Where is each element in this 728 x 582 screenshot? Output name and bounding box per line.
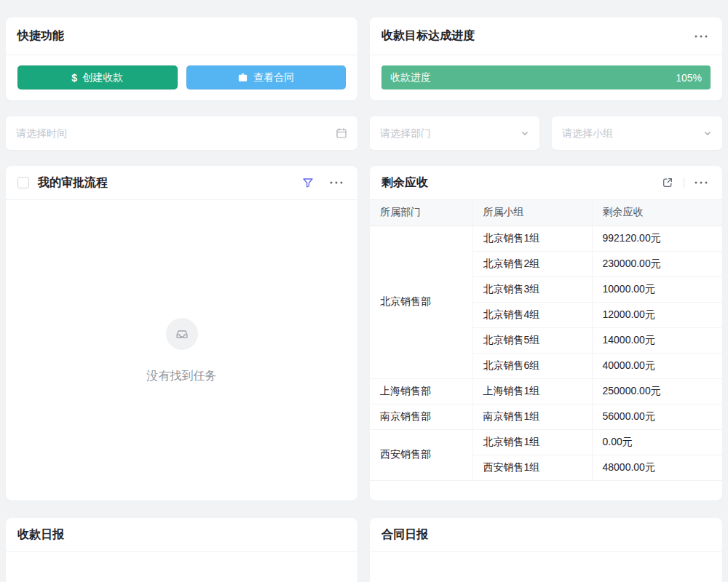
approval-card-title: 我的审批流程 bbox=[38, 175, 108, 191]
amount-cell: 14000.00元 bbox=[592, 327, 722, 353]
dept-cell: 西安销售部 bbox=[370, 429, 472, 480]
group-filter[interactable] bbox=[552, 116, 722, 150]
approval-card: 我的审批流程 没有找到任务 bbox=[6, 166, 357, 501]
dept-cell: 上海销售部 bbox=[370, 378, 472, 404]
progress-card-header: 收款目标达成进度 bbox=[370, 17, 722, 55]
group-cell: 北京销售3组 bbox=[472, 276, 592, 302]
payment-daily-card: 收款日报 bbox=[6, 518, 357, 582]
time-filter[interactable] bbox=[6, 116, 357, 150]
receivables-card-header: 剩余应收 bbox=[370, 166, 722, 200]
contract-daily-title: 合同日报 bbox=[381, 527, 428, 543]
empty-state-text: 没有找到任务 bbox=[147, 369, 217, 384]
approval-empty-state: 没有找到任务 bbox=[6, 200, 357, 497]
table-row: 上海销售部 上海销售1组 250000.00元 bbox=[370, 378, 722, 404]
approval-select-checkbox[interactable] bbox=[17, 177, 29, 188]
receivables-more-button[interactable] bbox=[692, 178, 711, 187]
amount-cell: 56000.00元 bbox=[592, 404, 722, 429]
filter-icon bbox=[302, 177, 314, 188]
create-payment-button[interactable]: $ 创建收款 bbox=[17, 65, 178, 89]
amount-cell: 12000.00元 bbox=[592, 302, 722, 327]
dept-cell: 南京销售部 bbox=[370, 404, 472, 429]
receivables-card: 剩余应收 所属部门 所属小组 剩余应收 北京销售部 北京销售1组 bbox=[370, 166, 722, 501]
progress-bar-label: 收款进度 bbox=[390, 71, 431, 84]
quick-actions-body: $ 创建收款 查看合同 bbox=[6, 55, 357, 100]
open-in-new-icon bbox=[662, 177, 673, 188]
column-header-group: 所属小组 bbox=[472, 200, 592, 226]
progress-more-button[interactable] bbox=[692, 32, 711, 41]
table-row: 南京销售部 南京销售1组 56000.00元 bbox=[370, 404, 722, 429]
approval-card-header: 我的审批流程 bbox=[6, 166, 357, 200]
approval-more-button[interactable] bbox=[327, 178, 346, 187]
progress-card-title: 收款目标达成进度 bbox=[381, 28, 475, 44]
payment-daily-title: 收款日报 bbox=[17, 527, 64, 543]
dollar-icon: $ bbox=[71, 72, 77, 84]
table-row: 北京销售部 北京销售1组 992120.00元 bbox=[370, 226, 722, 251]
department-filter-input[interactable] bbox=[380, 127, 515, 139]
quick-actions-header: 快捷功能 bbox=[6, 17, 357, 55]
amount-cell: 48000.00元 bbox=[592, 455, 722, 480]
amount-cell: 0.00元 bbox=[592, 429, 722, 455]
group-cell: 北京销售1组 bbox=[472, 429, 592, 455]
dept-cell: 北京销售部 bbox=[370, 226, 472, 378]
briefcase-icon bbox=[237, 72, 248, 83]
group-cell: 西安销售1组 bbox=[472, 455, 592, 480]
amount-cell: 992120.00元 bbox=[592, 226, 722, 251]
more-icon bbox=[695, 181, 708, 184]
quick-actions-title: 快捷功能 bbox=[17, 28, 64, 44]
group-cell: 北京销售4组 bbox=[472, 302, 592, 327]
quick-actions-card: 快捷功能 $ 创建收款 查看合同 bbox=[6, 17, 357, 100]
group-cell: 北京销售1组 bbox=[472, 226, 592, 251]
amount-cell: 40000.00元 bbox=[592, 353, 722, 378]
amount-cell: 250000.00元 bbox=[592, 378, 722, 404]
group-cell: 南京销售1组 bbox=[472, 404, 592, 429]
group-cell: 北京销售5组 bbox=[472, 327, 592, 353]
approval-filter-button[interactable] bbox=[299, 174, 317, 191]
group-cell: 北京销售6组 bbox=[472, 353, 592, 378]
view-contract-label: 查看合同 bbox=[253, 71, 294, 84]
group-cell: 北京销售2组 bbox=[472, 251, 592, 276]
amount-cell: 10000.00元 bbox=[592, 276, 722, 302]
more-icon bbox=[330, 181, 343, 184]
table-row: 西安销售部 北京销售1组 0.00元 bbox=[370, 429, 722, 455]
column-header-amount: 剩余应收 bbox=[592, 200, 722, 226]
more-icon bbox=[695, 35, 708, 38]
empty-inbox-icon bbox=[166, 318, 198, 350]
column-header-department: 所属部门 bbox=[370, 200, 472, 226]
payment-daily-header: 收款日报 bbox=[6, 518, 357, 552]
create-payment-label: 创建收款 bbox=[82, 71, 123, 84]
receivables-expand-button[interactable] bbox=[659, 174, 676, 191]
contract-daily-card: 合同日报 bbox=[370, 518, 722, 582]
progress-card: 收款目标达成进度 收款进度 105% bbox=[370, 17, 722, 100]
progress-bar-value: 105% bbox=[676, 72, 702, 84]
table-header-row: 所属部门 所属小组 剩余应收 bbox=[370, 200, 722, 226]
department-filter[interactable] bbox=[370, 116, 539, 150]
group-cell: 上海销售1组 bbox=[472, 378, 592, 404]
payment-progress-bar: 收款进度 105% bbox=[381, 65, 711, 89]
chevron-down-icon bbox=[521, 129, 529, 137]
receivables-card-title: 剩余应收 bbox=[381, 175, 428, 191]
time-filter-input[interactable] bbox=[16, 127, 330, 139]
receivables-table: 所属部门 所属小组 剩余应收 北京销售部 北京销售1组 992120.00元 北… bbox=[370, 200, 722, 481]
contract-daily-header: 合同日报 bbox=[370, 518, 722, 552]
group-filter-input[interactable] bbox=[562, 127, 697, 139]
amount-cell: 230000.00元 bbox=[592, 251, 722, 276]
chevron-down-icon bbox=[703, 129, 712, 137]
header-icon-divider bbox=[684, 178, 684, 188]
view-contract-button[interactable]: 查看合同 bbox=[186, 65, 347, 89]
calendar-icon bbox=[336, 127, 347, 139]
